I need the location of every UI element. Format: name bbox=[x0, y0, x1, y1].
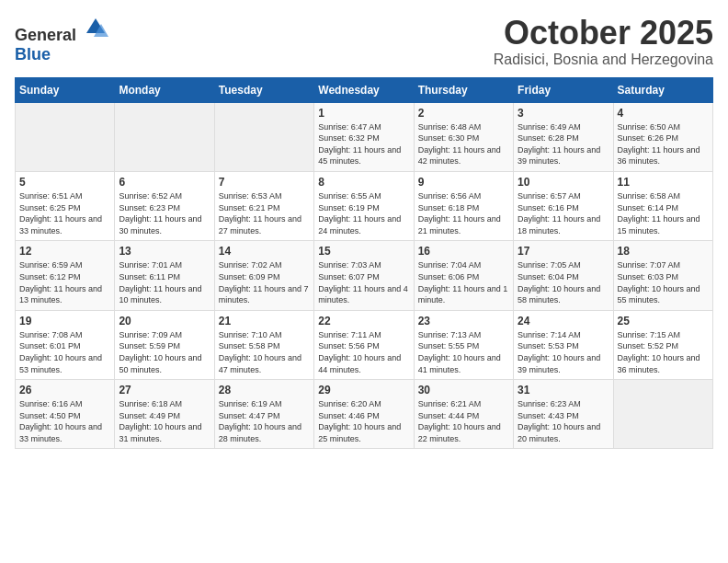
day-number: 14 bbox=[219, 245, 310, 258]
calendar-day-cell: 21Sunrise: 7:10 AMSunset: 5:58 PMDayligh… bbox=[214, 310, 313, 379]
calendar-day-cell: 4Sunrise: 6:50 AMSunset: 6:26 PMDaylight… bbox=[613, 102, 712, 171]
page-header: General Blue October 2025 Radisici, Bosn… bbox=[15, 15, 713, 68]
day-content: Sunrise: 6:55 AMSunset: 6:19 PMDaylight:… bbox=[318, 190, 409, 236]
calendar-day-cell: 29Sunrise: 6:20 AMSunset: 4:46 PMDayligh… bbox=[314, 380, 414, 449]
day-number: 22 bbox=[318, 315, 409, 327]
calendar-day-cell: 15Sunrise: 7:03 AMSunset: 6:07 PMDayligh… bbox=[314, 241, 414, 310]
calendar-day-cell: 24Sunrise: 7:14 AMSunset: 5:53 PMDayligh… bbox=[514, 310, 613, 379]
calendar-day-cell: 7Sunrise: 6:53 AMSunset: 6:21 PMDaylight… bbox=[214, 171, 313, 240]
calendar-day-cell: 2Sunrise: 6:48 AMSunset: 6:30 PMDaylight… bbox=[414, 102, 513, 171]
calendar-day-cell: 25Sunrise: 7:15 AMSunset: 5:52 PMDayligh… bbox=[613, 310, 712, 379]
calendar-week-row: 26Sunrise: 6:16 AMSunset: 4:50 PMDayligh… bbox=[16, 380, 713, 449]
day-number: 1 bbox=[318, 107, 409, 120]
day-content: Sunrise: 6:48 AMSunset: 6:30 PMDaylight:… bbox=[418, 121, 509, 167]
calendar-day-cell: 18Sunrise: 7:07 AMSunset: 6:03 PMDayligh… bbox=[613, 241, 712, 310]
day-content: Sunrise: 6:20 AMSunset: 4:46 PMDaylight:… bbox=[318, 398, 409, 444]
calendar-day-cell: 17Sunrise: 7:05 AMSunset: 6:04 PMDayligh… bbox=[514, 241, 613, 310]
calendar-day-cell: 26Sunrise: 6:16 AMSunset: 4:50 PMDayligh… bbox=[16, 380, 115, 449]
day-number: 10 bbox=[518, 176, 609, 189]
day-number: 19 bbox=[19, 315, 110, 327]
calendar-table: SundayMondayTuesdayWednesdayThursdayFrid… bbox=[15, 77, 713, 450]
day-number: 8 bbox=[318, 176, 409, 189]
day-content: Sunrise: 6:18 AMSunset: 4:49 PMDaylight:… bbox=[119, 398, 210, 444]
day-number: 18 bbox=[618, 245, 709, 258]
day-number: 3 bbox=[518, 107, 609, 120]
calendar-day-cell: 16Sunrise: 7:04 AMSunset: 6:06 PMDayligh… bbox=[414, 241, 513, 310]
weekday-header-row: SundayMondayTuesdayWednesdayThursdayFrid… bbox=[16, 77, 713, 102]
calendar-day-cell bbox=[214, 102, 313, 171]
calendar-day-cell: 31Sunrise: 6:23 AMSunset: 4:43 PMDayligh… bbox=[514, 380, 613, 449]
day-content: Sunrise: 7:09 AMSunset: 5:59 PMDaylight:… bbox=[119, 329, 210, 375]
calendar-day-cell bbox=[16, 102, 115, 171]
day-number: 12 bbox=[19, 245, 110, 258]
day-number: 26 bbox=[19, 384, 110, 396]
logo-general: General bbox=[15, 26, 76, 44]
calendar-week-row: 5Sunrise: 6:51 AMSunset: 6:25 PMDaylight… bbox=[16, 171, 713, 240]
title-area: October 2025 Radisici, Bosnia and Herzeg… bbox=[494, 15, 713, 68]
day-number: 9 bbox=[418, 176, 509, 189]
day-content: Sunrise: 6:58 AMSunset: 6:14 PMDaylight:… bbox=[618, 190, 709, 236]
calendar-body: 1Sunrise: 6:47 AMSunset: 6:32 PMDaylight… bbox=[16, 102, 713, 449]
day-content: Sunrise: 6:56 AMSunset: 6:18 PMDaylight:… bbox=[418, 190, 509, 236]
calendar-day-cell: 19Sunrise: 7:08 AMSunset: 6:01 PMDayligh… bbox=[16, 310, 115, 379]
calendar-week-row: 19Sunrise: 7:08 AMSunset: 6:01 PMDayligh… bbox=[16, 310, 713, 379]
day-content: Sunrise: 7:08 AMSunset: 6:01 PMDaylight:… bbox=[19, 329, 110, 375]
logo: General Blue bbox=[15, 15, 108, 64]
calendar-day-cell: 10Sunrise: 6:57 AMSunset: 6:16 PMDayligh… bbox=[514, 171, 613, 240]
weekday-header-cell: Sunday bbox=[16, 77, 115, 102]
calendar-day-cell: 27Sunrise: 6:18 AMSunset: 4:49 PMDayligh… bbox=[115, 380, 214, 449]
calendar-day-cell: 22Sunrise: 7:11 AMSunset: 5:56 PMDayligh… bbox=[314, 310, 414, 379]
calendar-day-cell: 20Sunrise: 7:09 AMSunset: 5:59 PMDayligh… bbox=[115, 310, 214, 379]
day-number: 30 bbox=[418, 384, 509, 396]
day-number: 23 bbox=[418, 315, 509, 327]
day-number: 6 bbox=[119, 176, 210, 189]
calendar-day-cell: 13Sunrise: 7:01 AMSunset: 6:11 PMDayligh… bbox=[115, 241, 214, 310]
day-content: Sunrise: 7:10 AMSunset: 5:58 PMDaylight:… bbox=[219, 329, 310, 375]
day-content: Sunrise: 7:07 AMSunset: 6:03 PMDaylight:… bbox=[618, 259, 709, 305]
weekday-header-cell: Thursday bbox=[414, 77, 513, 102]
day-number: 21 bbox=[219, 315, 310, 327]
day-number: 27 bbox=[119, 384, 210, 396]
day-number: 31 bbox=[518, 384, 609, 396]
calendar-day-cell bbox=[115, 102, 214, 171]
calendar-day-cell: 30Sunrise: 6:21 AMSunset: 4:44 PMDayligh… bbox=[414, 380, 513, 449]
day-number: 17 bbox=[518, 245, 609, 258]
calendar-day-cell: 8Sunrise: 6:55 AMSunset: 6:19 PMDaylight… bbox=[314, 171, 414, 240]
logo-blue: Blue bbox=[15, 45, 51, 63]
day-content: Sunrise: 7:11 AMSunset: 5:56 PMDaylight:… bbox=[318, 329, 409, 375]
month-title: October 2025 bbox=[494, 15, 713, 52]
location-title: Radisici, Bosnia and Herzegovina bbox=[494, 52, 713, 68]
day-content: Sunrise: 6:53 AMSunset: 6:21 PMDaylight:… bbox=[219, 190, 310, 236]
weekday-header-cell: Tuesday bbox=[214, 77, 313, 102]
day-content: Sunrise: 7:01 AMSunset: 6:11 PMDaylight:… bbox=[119, 259, 210, 305]
day-content: Sunrise: 7:04 AMSunset: 6:06 PMDaylight:… bbox=[418, 259, 509, 305]
calendar-day-cell: 6Sunrise: 6:52 AMSunset: 6:23 PMDaylight… bbox=[115, 171, 214, 240]
day-content: Sunrise: 6:49 AMSunset: 6:28 PMDaylight:… bbox=[518, 121, 609, 167]
calendar-day-cell: 1Sunrise: 6:47 AMSunset: 6:32 PMDaylight… bbox=[314, 102, 414, 171]
day-number: 20 bbox=[119, 315, 210, 327]
day-number: 24 bbox=[518, 315, 609, 327]
calendar-day-cell: 9Sunrise: 6:56 AMSunset: 6:18 PMDaylight… bbox=[414, 171, 513, 240]
weekday-header-cell: Friday bbox=[514, 77, 613, 102]
day-content: Sunrise: 7:02 AMSunset: 6:09 PMDaylight:… bbox=[219, 259, 310, 305]
day-number: 13 bbox=[119, 245, 210, 258]
day-number: 2 bbox=[418, 107, 509, 120]
day-content: Sunrise: 6:47 AMSunset: 6:32 PMDaylight:… bbox=[318, 121, 409, 167]
day-number: 29 bbox=[318, 384, 409, 396]
day-content: Sunrise: 7:14 AMSunset: 5:53 PMDaylight:… bbox=[518, 329, 609, 375]
day-content: Sunrise: 6:23 AMSunset: 4:43 PMDaylight:… bbox=[518, 398, 609, 444]
day-number: 7 bbox=[219, 176, 310, 189]
day-number: 25 bbox=[618, 315, 709, 327]
day-content: Sunrise: 7:13 AMSunset: 5:55 PMDaylight:… bbox=[418, 329, 509, 375]
day-content: Sunrise: 6:50 AMSunset: 6:26 PMDaylight:… bbox=[618, 121, 709, 167]
day-content: Sunrise: 6:51 AMSunset: 6:25 PMDaylight:… bbox=[19, 190, 110, 236]
day-number: 5 bbox=[19, 176, 110, 189]
calendar-day-cell: 5Sunrise: 6:51 AMSunset: 6:25 PMDaylight… bbox=[16, 171, 115, 240]
day-number: 16 bbox=[418, 245, 509, 258]
calendar-day-cell: 28Sunrise: 6:19 AMSunset: 4:47 PMDayligh… bbox=[214, 380, 313, 449]
calendar-day-cell bbox=[613, 380, 712, 449]
calendar-day-cell: 3Sunrise: 6:49 AMSunset: 6:28 PMDaylight… bbox=[514, 102, 613, 171]
day-content: Sunrise: 7:15 AMSunset: 5:52 PMDaylight:… bbox=[618, 329, 709, 375]
calendar-day-cell: 12Sunrise: 6:59 AMSunset: 6:12 PMDayligh… bbox=[16, 241, 115, 310]
logo-icon bbox=[83, 15, 108, 40]
